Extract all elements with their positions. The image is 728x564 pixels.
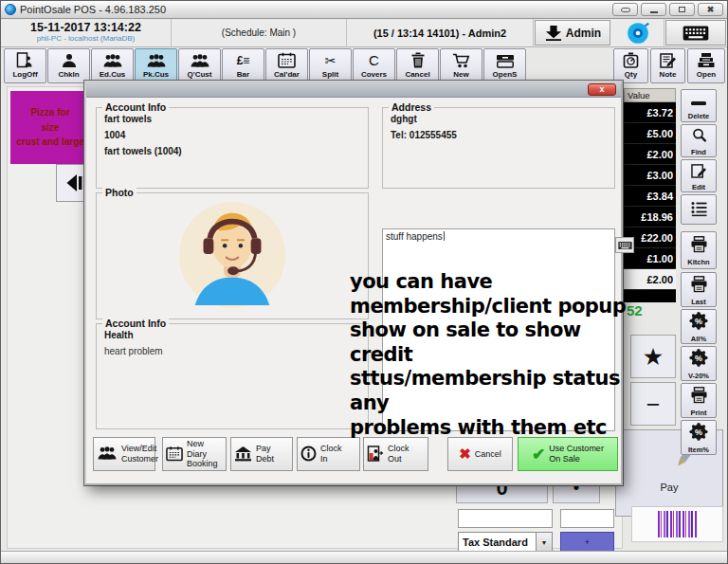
side-label: Print bbox=[690, 409, 706, 417]
printer-icon bbox=[690, 276, 708, 297]
minimize-icon bbox=[650, 11, 658, 13]
maximize-button[interactable] bbox=[669, 3, 695, 16]
order-value-list: £3.72 £5.00 £2.00 £3.00 £3.84 £18.96 £22… bbox=[624, 102, 676, 290]
toolbar-label: Bar bbox=[237, 70, 249, 79]
order-value-cell[interactable]: £3.72 bbox=[624, 102, 676, 123]
last-print-button[interactable]: Last bbox=[681, 272, 717, 307]
edit-line-button[interactable]: Edit bbox=[681, 159, 717, 192]
star-icon: ★ bbox=[643, 343, 664, 371]
schedule-text: (Schedule: Main ) bbox=[222, 27, 296, 38]
admin-button[interactable]: Admin bbox=[535, 20, 610, 45]
clock-out-button[interactable]: Clock Out bbox=[363, 437, 428, 471]
find-button[interactable]: Find bbox=[681, 124, 717, 157]
percent-badge-icon: % bbox=[689, 349, 708, 371]
host-text: phil-PC - localhost (MariaDB) bbox=[1, 34, 171, 43]
note-pencil-icon bbox=[691, 163, 707, 182]
order-value-cell[interactable]: £3.84 bbox=[624, 186, 676, 207]
percent-badge-icon: % bbox=[689, 423, 708, 445]
toolbar-label: New bbox=[453, 70, 468, 79]
star-button[interactable]: ★ bbox=[630, 335, 676, 378]
keyboard-icon bbox=[682, 26, 709, 41]
item-percent-button[interactable]: % Item% bbox=[681, 420, 717, 455]
button-label: New Diary Booking bbox=[187, 439, 223, 469]
toolbar-quick-customer-button[interactable]: Q'Cust bbox=[178, 48, 221, 83]
svg-text:%: % bbox=[695, 428, 702, 437]
keyboard-toggle-button[interactable] bbox=[665, 20, 726, 45]
side-label: Delete bbox=[688, 112, 710, 120]
drawer-icon bbox=[496, 51, 515, 69]
toolbar-bar-button[interactable]: £≡ Bar bbox=[222, 48, 264, 83]
toolbar-label: ChkIn bbox=[58, 70, 79, 79]
pay-debt-button[interactable]: Pay Debt bbox=[230, 437, 293, 471]
status-bar bbox=[1, 551, 727, 563]
minimize-button[interactable] bbox=[641, 3, 666, 16]
svg-text:%: % bbox=[695, 354, 702, 363]
minus-button[interactable]: − bbox=[630, 382, 676, 426]
notes-text: stuff happens bbox=[386, 231, 443, 242]
pay-label: Pay bbox=[616, 482, 722, 493]
value-column-header[interactable]: Value bbox=[624, 88, 676, 102]
order-value-cell[interactable]: £5.00 bbox=[624, 123, 676, 144]
side-label: All% bbox=[691, 335, 706, 343]
item-list-button[interactable] bbox=[681, 194, 717, 225]
order-value-cell[interactable]: £3.00 bbox=[624, 165, 676, 186]
toolbar-calendar-button[interactable]: Cal'dar bbox=[265, 48, 308, 83]
toolbar-logoff-button[interactable]: LogOff bbox=[4, 48, 46, 83]
dialog-close-button[interactable]: x bbox=[588, 83, 616, 96]
toolbar-split-button[interactable]: ✂ Split bbox=[309, 48, 352, 83]
toolbar-cancel-button[interactable]: Cancel bbox=[396, 48, 439, 83]
group-title: Account Info bbox=[102, 318, 169, 329]
qty-input[interactable] bbox=[560, 509, 614, 528]
toolbar-covers-button[interactable]: C Covers bbox=[353, 48, 395, 83]
toolbar-pick-customer-button[interactable]: Pk.Cus bbox=[135, 48, 177, 83]
new-diary-booking-button[interactable]: New Diary Booking bbox=[162, 437, 227, 471]
right-toolbar: Qty Note Open bbox=[613, 48, 725, 83]
order-value-cell[interactable]: £18.96 bbox=[624, 207, 676, 227]
customer-avatar bbox=[176, 199, 288, 315]
chevron-down-icon[interactable]: ▼ bbox=[536, 533, 552, 552]
tax-select[interactable]: Tax Standard ▼ bbox=[458, 532, 553, 553]
kitchen-print-button[interactable]: Kitchn bbox=[681, 231, 717, 269]
note-button[interactable]: Note bbox=[650, 48, 685, 83]
side-label: Last bbox=[691, 298, 705, 306]
toolbar-checkin-button[interactable]: ChkIn bbox=[47, 48, 90, 83]
info-bar: 15-11-2017 13:14:22 phil-PC - localhost … bbox=[1, 19, 727, 47]
side-label: Find bbox=[691, 148, 706, 156]
qty-button[interactable]: Qty bbox=[613, 48, 648, 83]
toolbar-label: Cancel bbox=[405, 70, 429, 79]
schedule-cell: (Schedule: Main ) bbox=[172, 19, 347, 46]
admin-label: Admin bbox=[566, 27, 601, 40]
order-value-cell-selected[interactable]: £2.00 bbox=[624, 269, 676, 290]
amount-input[interactable] bbox=[458, 509, 553, 528]
order-value-cell[interactable]: £2.00 bbox=[624, 144, 676, 165]
dialog-cancel-button[interactable]: ✖ Cancel bbox=[447, 437, 513, 471]
pizza-size-button[interactable]: Pizza for size crust and large bbox=[10, 91, 90, 164]
clock-in-button[interactable]: Clock In bbox=[297, 437, 360, 471]
open-register-button[interactable]: Open bbox=[687, 48, 725, 83]
people-icon bbox=[146, 51, 167, 69]
toolbar-label: Covers bbox=[361, 70, 387, 79]
minus-icon: − bbox=[646, 391, 661, 418]
sale-info-text: (15 / 13:14 14101) - Admin2 bbox=[373, 27, 506, 39]
side-label: V-20% bbox=[688, 372, 709, 380]
all-percent-button[interactable]: % All% bbox=[681, 309, 717, 344]
delete-line-button[interactable]: Delete bbox=[681, 89, 717, 122]
toolbar-open-drawer-button[interactable]: OpenS bbox=[483, 48, 526, 83]
clock-out-icon bbox=[367, 446, 384, 464]
customer-notes-textarea[interactable]: stuff happens bbox=[382, 228, 615, 431]
print-button[interactable]: Print bbox=[681, 383, 717, 418]
toolbar-new-sale-button[interactable]: New bbox=[440, 48, 482, 83]
window-extra-button[interactable] bbox=[612, 3, 638, 16]
view-edit-customer-button[interactable]: View/Edit Customer bbox=[93, 437, 155, 471]
v20-percent-button[interactable]: % V-20% bbox=[681, 346, 717, 381]
app-icon bbox=[5, 4, 16, 15]
use-customer-on-sale-button[interactable]: ✔ Use Customer On Sale bbox=[518, 437, 618, 471]
notes-keyboard-button[interactable] bbox=[615, 237, 634, 253]
tax-selected-value: Tax Standard bbox=[459, 533, 536, 552]
order-list-filler bbox=[624, 290, 676, 302]
tax-apply-button[interactable]: + bbox=[560, 532, 614, 553]
toolbar-edit-customer-button[interactable]: Ed.Cus bbox=[91, 48, 134, 83]
close-window-button[interactable]: ✖ bbox=[698, 3, 723, 16]
address-group: Address dghgt Tel: 012555455 bbox=[382, 107, 615, 189]
side-label: Kitchn bbox=[687, 258, 709, 266]
